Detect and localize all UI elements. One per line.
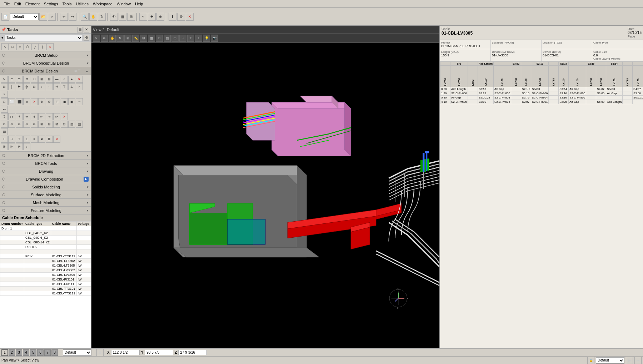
section-brcm-conceptual[interactable]: ⬡ BRCM Conceptual Design ▾	[0, 59, 91, 67]
toolbar-new-btn[interactable]: 📄	[1, 13, 9, 21]
coord-target-btn[interactable]: ⊕	[96, 349, 104, 356]
tool-d7[interactable]: ⇥	[46, 113, 53, 120]
tool-tray1[interactable]: ⊔	[31, 76, 38, 83]
tool-e12[interactable]: ▦	[1, 128, 8, 135]
tool-b1[interactable]: ⊞	[1, 83, 8, 90]
tool-cable1[interactable]: ⊏	[8, 76, 15, 83]
tasks-expand-btn[interactable]: ⊞	[77, 27, 83, 32]
x-field[interactable]	[111, 350, 140, 355]
tasks-close-btn[interactable]: ✕	[84, 27, 89, 32]
left-tool-curve[interactable]: ∫	[39, 43, 46, 50]
section-drawing-comp[interactable]: ⬡ Drawing Composition ▶	[0, 175, 91, 183]
tool-e5[interactable]: ⊝	[31, 121, 38, 128]
brcm-detail-list-icon[interactable]: ☰	[78, 69, 81, 73]
view-tool-wire[interactable]: □	[156, 35, 163, 42]
tool-g4[interactable]: ↕	[23, 143, 30, 150]
tool-f6[interactable]: ≢	[38, 136, 45, 143]
tool-f2[interactable]: ⊣	[8, 136, 15, 143]
tasks-select[interactable]: Tasks	[5, 35, 83, 41]
tool-b8[interactable]: ⊣	[53, 83, 60, 90]
tab-4[interactable]: 4	[23, 349, 29, 356]
tool-cursor[interactable]: ↖	[1, 76, 8, 83]
tool-g3[interactable]: ⊬	[16, 143, 23, 150]
menu-window[interactable]: Window	[115, 1, 133, 7]
tool-e6[interactable]: ⊞	[38, 121, 45, 128]
tool-c2[interactable]: ⬜	[8, 98, 15, 105]
tool-c10[interactable]: ▣	[68, 98, 75, 105]
tool-f1[interactable]: ⊢	[1, 136, 8, 143]
tool-b12[interactable]: ⊧	[1, 91, 8, 98]
toolbar-close-btn[interactable]: ✕	[186, 13, 194, 21]
tool-b4[interactable]: ╬	[23, 83, 30, 90]
tab-1[interactable]: 1	[1, 349, 8, 356]
view-tool-measure[interactable]: 📏	[132, 35, 139, 42]
tool-tray3[interactable]: ⊟	[46, 76, 53, 83]
tool-d5[interactable]: ↡	[31, 113, 38, 120]
tool-tray4[interactable]: ▬	[53, 76, 60, 83]
toolbar-rotate-btn[interactable]: ↻	[98, 13, 106, 21]
tool-f4[interactable]: ⊥	[23, 136, 30, 143]
toolbar-combo[interactable]: Default	[10, 13, 39, 20]
view-tool-fit[interactable]: ⊞	[124, 35, 131, 42]
brcm-detail-grid-icon[interactable]: ⊞	[74, 69, 77, 73]
tool-g1[interactable]: ⊪	[1, 143, 8, 150]
z-field[interactable]	[178, 350, 207, 355]
view-tool-render[interactable]: ▦	[148, 35, 155, 42]
toolbar-select-btn[interactable]: ↖	[139, 13, 147, 21]
tool-e4[interactable]: ⊜	[23, 121, 30, 128]
view-tool-iso[interactable]: ⬡	[171, 35, 179, 42]
toolbar-save-btn[interactable]: 0	[48, 13, 56, 21]
left-tool-delete[interactable]: ✕	[46, 43, 54, 50]
toolbar-settings-btn[interactable]: ⚙	[177, 13, 185, 21]
tool-c11[interactable]: ⊸	[76, 98, 83, 105]
view-combo-select[interactable]: Default	[63, 349, 91, 356]
view-tool-section[interactable]: ⊟	[140, 35, 147, 42]
view-tool-top[interactable]: ⊤	[187, 35, 194, 42]
tool-c1[interactable]: □	[1, 98, 8, 105]
section-mesh[interactable]: ⬡ Mesh Modeling ▾	[0, 199, 91, 207]
toolbar-undo-btn[interactable]: ↩	[60, 13, 68, 21]
y-field[interactable]	[145, 350, 173, 355]
left-tool-line[interactable]: ╱	[31, 43, 39, 50]
tool-e9[interactable]: ⊡	[61, 121, 68, 128]
tool-e3[interactable]: ⊛	[16, 121, 23, 128]
tool-delete1[interactable]: ✕	[76, 76, 83, 83]
tool-f3[interactable]: ⊤	[16, 136, 23, 143]
tool-c4[interactable]: ◈	[23, 98, 30, 105]
menu-utilities[interactable]: Utilities	[74, 1, 91, 7]
tool-d3[interactable]: ↟	[16, 113, 23, 120]
brcm-detail-dots-icon[interactable]: ⋯	[81, 69, 85, 73]
menu-tools[interactable]: Tools	[60, 1, 74, 7]
canvas-3d[interactable]: Y X Z	[91, 43, 439, 348]
menu-element[interactable]: Element	[23, 1, 42, 7]
bottom-combo[interactable]: Default	[596, 357, 624, 364]
tool-b3[interactable]: ⊢	[16, 83, 23, 90]
tool-e11[interactable]: ▥	[76, 121, 83, 128]
section-solids[interactable]: ⬡ Solids Modeling ▾	[0, 183, 91, 191]
section-feature[interactable]: ⬡ Feature Modeling ▾	[0, 207, 91, 214]
left-tool-circle[interactable]: ○	[16, 43, 24, 50]
toolbar-snap-btn[interactable]: ⊕	[156, 13, 164, 21]
toolbar-wire-btn[interactable]: ⊞	[127, 13, 135, 21]
toolbar-pan-btn[interactable]: ✋	[89, 13, 97, 21]
tool-e2[interactable]: ⊚	[8, 121, 15, 128]
tool-d6[interactable]: ⇤	[38, 113, 45, 120]
tool-conduit2[interactable]: ●	[68, 76, 75, 83]
tool-c5[interactable]: ✕	[31, 98, 38, 105]
tool-e7[interactable]: ⊟	[46, 121, 53, 128]
left-tool-rect[interactable]: □	[9, 43, 16, 50]
tool-c8[interactable]: ◻	[53, 98, 60, 105]
section-brcm-tools[interactable]: ⬡ BRCM Tools ▾	[0, 160, 91, 167]
tab-2[interactable]: 2	[9, 349, 15, 356]
left-tool-poly[interactable]: ⬡	[24, 43, 31, 50]
section-surface[interactable]: ⬡ Surface Modeling ▾	[0, 191, 91, 199]
tool-d8[interactable]: ↜	[53, 113, 60, 120]
section-brcm-detail-header[interactable]: ⬡ BRCM Detail Design ⊞ ☰ ⋯ ▲	[0, 67, 91, 75]
tool-b10[interactable]: ⊥	[68, 83, 75, 90]
view-tool-rotate[interactable]: ↻	[116, 35, 124, 42]
tab-6[interactable]: 6	[37, 349, 44, 356]
tool-d2[interactable]: ↦	[8, 113, 15, 120]
bottom-lock-btn[interactable]: 🔒	[587, 357, 594, 364]
view-tool-right[interactable]: ⊥	[195, 35, 202, 42]
cable-drum-table-wrap[interactable]: Drum Number Cable Type Cable Name Voltag…	[0, 221, 91, 348]
